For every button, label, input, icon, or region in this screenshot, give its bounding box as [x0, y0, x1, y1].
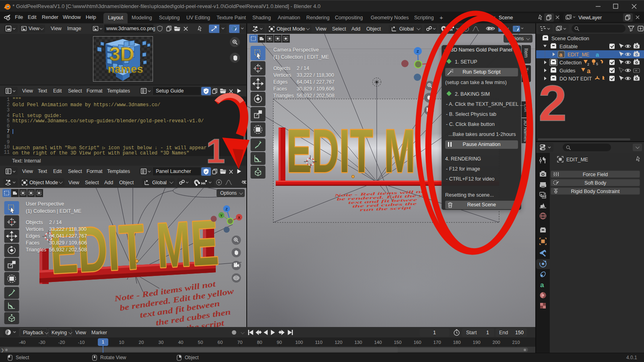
svg-text:140: 140: [374, 340, 382, 345]
svg-text:5: 5: [596, 62, 598, 66]
svg-text:Guides: Guides: [559, 68, 576, 74]
svg-text:Editable: Editable: [559, 44, 578, 49]
svg-text:EDIT_ME: EDIT_ME: [568, 52, 589, 58]
svg-text:Z: Z: [225, 207, 228, 211]
svg-text:a: a: [587, 68, 590, 74]
svg-text:a: a: [596, 51, 599, 58]
svg-text:DO NOT EDIT: DO NOT EDIT: [559, 76, 592, 82]
svg-text:150: 150: [394, 340, 401, 345]
svg-text:X: X: [238, 216, 240, 220]
svg-text:100: 100: [295, 340, 303, 345]
svg-text:2: 2: [587, 62, 589, 66]
svg-text:-40: -40: [19, 340, 26, 345]
svg-text:120: 120: [334, 340, 342, 345]
svg-text:90: 90: [277, 340, 282, 345]
svg-text:Collection: Collection: [559, 60, 582, 66]
svg-text:3D: 3D: [109, 43, 134, 65]
svg-text:190: 190: [473, 340, 480, 345]
svg-text:-30: -30: [39, 340, 45, 345]
svg-text:130: 130: [354, 340, 362, 345]
svg-text:Scene Collection: Scene Collection: [551, 36, 589, 41]
svg-text:-10: -10: [78, 340, 85, 345]
svg-text:210: 210: [512, 340, 520, 345]
svg-text:110: 110: [315, 340, 322, 345]
svg-text:Z: Z: [417, 49, 419, 53]
svg-text:10: 10: [119, 340, 124, 345]
svg-text:40: 40: [178, 340, 184, 345]
svg-text:200: 200: [492, 340, 500, 345]
svg-text:180: 180: [453, 340, 460, 345]
svg-text:names: names: [108, 63, 143, 75]
svg-text:80: 80: [257, 340, 262, 345]
svg-text:170: 170: [433, 340, 441, 345]
svg-text:Y: Y: [220, 214, 223, 218]
svg-text:20: 20: [139, 340, 144, 345]
svg-text:30: 30: [159, 340, 164, 345]
svg-text:60: 60: [218, 340, 223, 345]
svg-text:50: 50: [198, 340, 203, 345]
svg-text:-20: -20: [58, 340, 65, 345]
svg-text:EDIT M: EDIT M: [287, 117, 416, 185]
svg-text:a: a: [540, 281, 544, 289]
svg-text:a: a: [559, 51, 563, 58]
svg-text:70: 70: [237, 340, 243, 345]
svg-text:160: 160: [413, 340, 421, 345]
